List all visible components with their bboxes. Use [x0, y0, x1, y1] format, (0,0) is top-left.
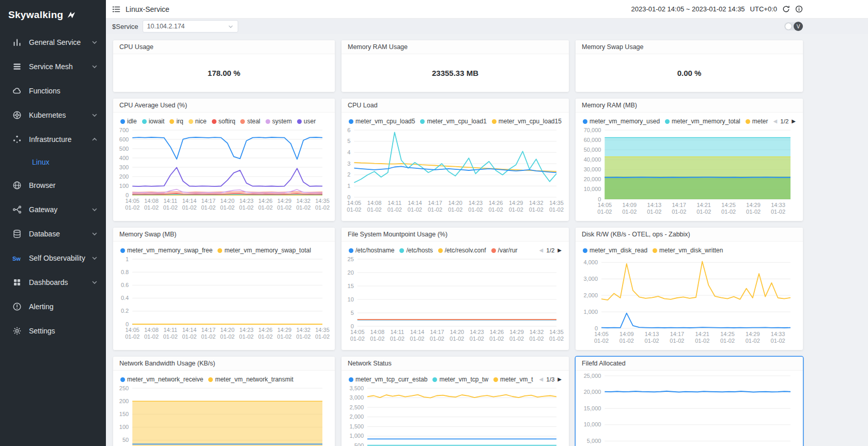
- legend-item[interactable]: meter_vm_memory_used: [583, 118, 660, 125]
- svg-text:01-02: 01-02: [695, 338, 709, 344]
- legend-item[interactable]: meter_vm_memory_swap_total: [218, 247, 311, 254]
- legend-item[interactable]: meter_vm_disk_read: [583, 247, 647, 254]
- svg-text:01-02: 01-02: [647, 209, 661, 215]
- service-select[interactable]: 10.104.2.174: [143, 20, 238, 33]
- legend-item[interactable]: meter: [746, 118, 768, 125]
- legend-item[interactable]: /etc/hosts: [399, 247, 432, 254]
- sidebar-item-settings[interactable]: Settings: [0, 318, 106, 343]
- legend-item[interactable]: meter_vm_tcp_tw: [432, 376, 488, 383]
- sidebar-item-label: Dashboards: [29, 278, 68, 286]
- legend-item[interactable]: meter_vm_tcp_curr_estab: [349, 376, 427, 383]
- legend-item[interactable]: softirq: [212, 118, 236, 125]
- legend-label: meter_vm_memory_swap_free: [127, 247, 212, 254]
- alert-icon: [12, 302, 22, 311]
- svg-text:14:32: 14:32: [296, 327, 311, 333]
- svg-text:14:20: 14:20: [448, 200, 462, 206]
- sidebar-item-self-observability[interactable]: SwSelf Observability: [0, 246, 106, 270]
- chart-canvas[interactable]: 00.20.40.60.8114:0501-0214:0801-0214:110…: [117, 255, 331, 348]
- svg-text:01-02: 01-02: [388, 206, 402, 213]
- chart-canvas[interactable]: 012345614:0501-0214:0801-0214:1101-0214:…: [346, 126, 565, 219]
- svg-text:14:25: 14:25: [720, 331, 735, 337]
- sidebar-item-gateway[interactable]: Gateway: [0, 197, 106, 221]
- sidebar-subitem-label: Linux: [32, 158, 49, 166]
- legend-item[interactable]: user: [297, 118, 316, 125]
- timezone[interactable]: UTC+0:0: [750, 5, 777, 13]
- svg-text:01-02: 01-02: [220, 333, 235, 340]
- legend-item[interactable]: meter_vm_memory_total: [665, 118, 740, 125]
- legend-item[interactable]: meter_vm_memory_swap_free: [120, 247, 212, 254]
- chart-canvas[interactable]: 051015202514:0501-0214:0801-0214:1101-02…: [346, 255, 565, 348]
- sidebar-item-service-mesh[interactable]: Service Mesh: [0, 54, 106, 78]
- svg-text:0.6: 0.6: [121, 282, 129, 288]
- legend-item[interactable]: meter_vm_disk_written: [653, 247, 723, 254]
- svg-text:01-02: 01-02: [350, 336, 365, 342]
- legend-item[interactable]: irq: [169, 118, 183, 125]
- legend-item[interactable]: system: [266, 118, 292, 125]
- legend-item[interactable]: /var/rur: [491, 247, 518, 254]
- pager-page: 1/2: [780, 118, 788, 124]
- refresh-icon[interactable]: [782, 5, 790, 13]
- legend-item[interactable]: meter_vm_network_transmit: [208, 376, 293, 383]
- svg-text:01-02: 01-02: [470, 336, 484, 342]
- svg-text:0.2: 0.2: [121, 308, 129, 314]
- sidebar-item-alerting[interactable]: Alerting: [0, 294, 106, 318]
- svg-text:10,000: 10,000: [584, 186, 601, 192]
- logo[interactable]: Skywalking: [0, 0, 106, 30]
- svg-text:01-02: 01-02: [182, 204, 196, 211]
- legend-item[interactable]: meter_vm_cpu_load15: [492, 118, 562, 125]
- sidebar-item-infrastructure[interactable]: Infrastructure: [0, 127, 106, 151]
- svg-text:14:14: 14:14: [182, 327, 197, 333]
- svg-text:15: 15: [348, 283, 354, 289]
- chart-canvas[interactable]: 01,0002,0003,0004,00014:0501-0214:0901-0…: [580, 255, 799, 348]
- legend-item[interactable]: meter_vm_t: [493, 376, 533, 383]
- chart-canvas[interactable]: 05001,0001,5002,0002,5003,0003,50014:050…: [346, 384, 565, 446]
- legend-item[interactable]: meter_vm_cpu_load5: [349, 118, 415, 125]
- stat-value: 23355.33 MB: [342, 54, 569, 92]
- svg-text:01-02: 01-02: [390, 336, 405, 342]
- legend-item[interactable]: nice: [189, 118, 207, 125]
- pager-next-icon[interactable]: ▶: [557, 248, 562, 253]
- sidebar-item-kubernetes[interactable]: Kubernetes: [0, 103, 106, 127]
- sidebar-item-functions[interactable]: Functions: [0, 78, 106, 103]
- sidebar-item-browser[interactable]: Browser: [0, 173, 106, 197]
- svg-text:6: 6: [347, 127, 350, 133]
- legend-item[interactable]: meter_vm_network_receive: [120, 376, 203, 383]
- legend-item[interactable]: /etc/hostname: [349, 247, 394, 254]
- svg-text:01-02: 01-02: [258, 204, 273, 211]
- sidebar-item-dashboards[interactable]: Dashboards: [0, 270, 106, 294]
- svg-text:14:11: 14:11: [163, 198, 177, 204]
- legend-pager: ◀1/2▶: [773, 118, 796, 124]
- pager-next-icon[interactable]: ▶: [557, 377, 562, 382]
- sidebar-item-database[interactable]: Database: [0, 221, 106, 246]
- svg-text:14:29: 14:29: [746, 331, 760, 337]
- view-toggle[interactable]: V: [784, 22, 802, 30]
- pager-prev-icon[interactable]: ◀: [539, 248, 544, 253]
- svg-text:01-02: 01-02: [201, 204, 215, 211]
- legend-item[interactable]: iowait: [142, 118, 165, 125]
- sidebar-item-label: General Service: [29, 38, 81, 46]
- pager-prev-icon[interactable]: ◀: [539, 377, 544, 382]
- svg-text:01-02: 01-02: [296, 204, 311, 211]
- legend-item[interactable]: steal: [240, 118, 260, 125]
- legend-dot: [189, 119, 193, 124]
- legend-item[interactable]: idle: [120, 118, 137, 125]
- time-range[interactable]: 2023-01-02 14:05 ~ 2023-01-02 14:35: [631, 5, 745, 13]
- card-title: CPU Load: [342, 99, 569, 113]
- legend-item[interactable]: meter_vm_cpu_load1: [420, 118, 486, 125]
- pager-next-icon[interactable]: ▶: [792, 119, 796, 124]
- legend-item[interactable]: /etc/resolv.conf: [438, 247, 486, 254]
- sidebar-item-general-service[interactable]: General Service: [0, 30, 106, 54]
- pager-prev-icon[interactable]: ◀: [773, 119, 778, 124]
- dashboard-list-icon[interactable]: [112, 5, 120, 13]
- chart-canvas[interactable]: 05,00010,00015,00020,00025,00014:0501-02…: [580, 372, 799, 446]
- service-label: $Service: [112, 23, 138, 30]
- sidebar-subitem-linux[interactable]: Linux: [0, 151, 106, 173]
- card-title: Network Status: [342, 357, 569, 371]
- chart-canvas[interactable]: 010020030040050060070014:0501-0214:0801-…: [117, 126, 331, 219]
- chart-card-network-status: Network Statusmeter_vm_tcp_curr_estabmet…: [342, 357, 569, 446]
- chart-canvas[interactable]: 010,00020,00030,00040,00050,00060,00070,…: [580, 126, 799, 219]
- svg-text:0.8: 0.8: [121, 269, 129, 275]
- chart-canvas[interactable]: 05010015020025014:0501-0214:0801-0214:11…: [117, 384, 331, 446]
- info-icon[interactable]: [795, 5, 803, 13]
- svg-text:01-02: 01-02: [370, 336, 384, 342]
